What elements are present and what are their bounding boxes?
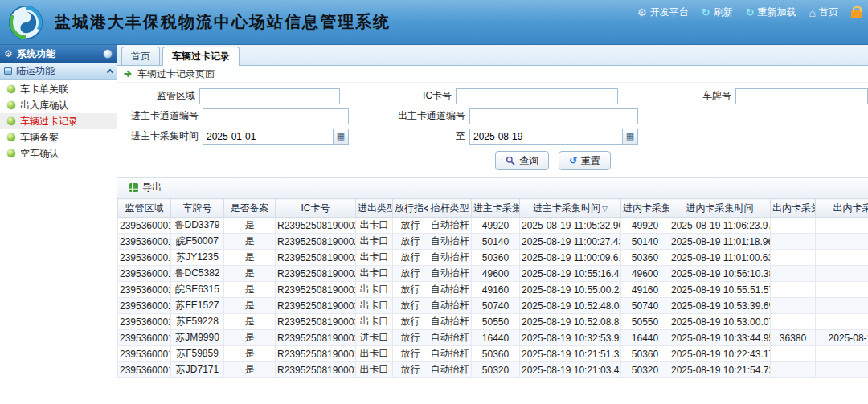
export-button-label: 导出 (142, 181, 162, 194)
table-cell: 2025-08-19 11:00:27.437 (520, 234, 621, 250)
table-cell: 16440 (621, 330, 669, 346)
table-cell: 皖SE6315 (171, 282, 224, 298)
home-icon: ⌂ (809, 7, 816, 18)
column-header[interactable]: 进主卡采集时间▽ (520, 199, 621, 218)
lock-icon[interactable] (851, 10, 862, 18)
monitor-area-input[interactable] (199, 88, 340, 104)
sidebar-item-vehicle-pass-records[interactable]: 车辆过卡记录 (0, 113, 117, 129)
table-cell: 2025-08-19 10:55:16.430 (520, 266, 621, 282)
table-cell: 50140 (472, 234, 520, 250)
menu-item-label: 出入库确认 (20, 99, 68, 112)
table-cell: 2025-08-19 11:01:18.967 (669, 234, 771, 250)
table-cell (816, 346, 868, 362)
table-row[interactable]: 2395360001苏F59228是R239525081900032出卡口放行自… (118, 314, 868, 330)
bullet-orb-icon (7, 85, 15, 93)
column-header[interactable]: 出内卡采集重... (771, 199, 816, 218)
table-cell: 2025-08-19 11:05:32.900 (520, 218, 621, 234)
column-header[interactable]: 进主卡采集重... (472, 199, 520, 218)
entry-channel-input[interactable] (203, 108, 349, 124)
column-header[interactable]: 抬杆类型 (428, 199, 472, 218)
column-header[interactable]: 车牌号 (171, 199, 224, 218)
table-cell: 2025-08-19 10:55:00.240 (520, 282, 621, 298)
tab-home[interactable]: 首页 (121, 47, 160, 65)
table-cell: 50140 (621, 234, 669, 250)
to-label: 至 (349, 129, 469, 143)
table-cell: 2025-08-19 10:52:08.830 (520, 314, 621, 330)
home-link[interactable]: ⌂ 首页 (809, 6, 838, 19)
table-cell: 50360 (621, 250, 669, 266)
table-cell: 放行 (393, 362, 428, 378)
menu-item-label: 车辆过卡记录 (20, 115, 78, 129)
sidebar-item-inout-confirm[interactable]: 出入库确认 (0, 97, 117, 113)
table-cell (771, 250, 816, 266)
sidebar-pin-button[interactable] (103, 49, 113, 59)
sidebar-section-land-transport[interactable]: 陆运功能 (0, 63, 117, 80)
table-row[interactable]: 2395360001鲁DD3379是R239525081900024出卡口放行自… (118, 218, 868, 234)
table-row[interactable]: 2395360001皖SE6315是R239525081900023出卡口放行自… (118, 282, 868, 298)
table-row[interactable]: 2395360001苏JY1235是R239525081900020出卡口放行自… (118, 250, 868, 266)
reload-link[interactable]: ↻ 重新加载 (746, 6, 796, 19)
table-row[interactable]: 2395360001苏F59859是R239525081900019出卡口放行自… (118, 346, 868, 362)
exit-channel-input[interactable] (469, 108, 638, 124)
sidebar-item-card-association[interactable]: 车卡单关联 (0, 81, 117, 97)
table-cell: R239525081900022 (276, 234, 356, 250)
table-cell: 放行 (393, 250, 428, 266)
column-header[interactable]: 进内卡采集重... (621, 199, 669, 218)
bullet-orb-icon (7, 117, 15, 125)
tab-label: 首页 (131, 50, 150, 63)
table-cell (771, 266, 816, 282)
table-cell: 49160 (621, 282, 669, 298)
tab-vehicle-pass-records[interactable]: 车辆过卡记录 (162, 47, 240, 66)
table-cell: 49160 (472, 282, 520, 298)
table-cell: 苏FE1527 (171, 298, 224, 314)
sidebar-item-empty-vehicle-confirm[interactable]: 空车确认 (0, 145, 117, 161)
column-header[interactable]: 放行指令 (393, 199, 428, 218)
export-button[interactable]: 导出 (121, 179, 169, 197)
column-header[interactable]: 监管区域 (118, 199, 171, 218)
column-header[interactable]: 进出类型 (356, 199, 393, 218)
plate-number-input[interactable] (735, 88, 868, 104)
tab-label: 车辆过卡记录 (172, 50, 230, 63)
sidebar-title: 系统功能 (17, 47, 55, 61)
form-buttons: 查询 ↺ 重置 (117, 146, 868, 175)
app-header: 盐城港大丰保税物流中心场站信息管理系统 ⚙ 开发平台 ↻ 刷新 ↻ 重新加载 ⌂… (0, 0, 868, 45)
table-cell: 自动抬杆 (428, 234, 472, 250)
column-header[interactable]: 是否备案 (224, 199, 276, 218)
table-cell: 苏F59859 (171, 346, 224, 362)
ic-card-input[interactable] (456, 88, 618, 104)
reset-button[interactable]: ↺ 重置 (559, 151, 611, 170)
query-button[interactable]: 查询 (495, 151, 549, 170)
table-row[interactable]: 2395360001皖F50007是R239525081900022出卡口放行自… (118, 234, 868, 250)
table-cell: 出卡口 (356, 218, 393, 234)
table-row[interactable]: 2395360001鲁DC5382是R239525081900021出卡口放行自… (118, 266, 868, 282)
entry-channel-label: 进主卡通道编号 (117, 109, 203, 123)
calendar-icon[interactable]: ▦ (622, 129, 637, 144)
table-cell: 2025-08-19 10:56:10.380 (669, 266, 771, 282)
entry-time-to-input[interactable] (470, 129, 622, 144)
table-cell: 出卡口 (356, 266, 393, 282)
column-header[interactable]: IC卡号 (276, 199, 356, 218)
entry-time-from-input[interactable] (203, 129, 333, 144)
table-cell: 50320 (621, 362, 669, 378)
sidebar-item-vehicle-registry[interactable]: 车辆备案 (0, 129, 117, 145)
plate-number-label: 车牌号 (618, 89, 735, 103)
table-cell: 苏JD7171 (171, 362, 224, 378)
main-layout: ⚙ 系统功能 陆运功能 车卡单关联 出入库确认 车辆过卡记录 (0, 45, 868, 404)
refresh-link[interactable]: ↻ 刷新 (702, 6, 733, 19)
table-cell (771, 218, 816, 234)
records-table: 监管区域车牌号是否备案IC卡号进出类型放行指令抬杆类型进主卡采集重...进主卡采… (117, 198, 868, 378)
table-row[interactable]: 2395360001苏JM9990是R239525081900029进卡口放行自… (118, 330, 868, 346)
bullet-orb-icon (7, 101, 15, 109)
column-header[interactable]: 进内卡采集时间 (669, 199, 771, 218)
table-cell (816, 282, 868, 298)
link-label: 重新加载 (758, 6, 796, 19)
app-title: 盐城港大丰保税物流中心场站信息管理系统 (55, 11, 391, 33)
column-header[interactable]: 出内卡采集时... (816, 199, 868, 218)
table-row[interactable]: 2395360001苏JD7171是R239525081900015出卡口放行自… (118, 362, 868, 378)
table-cell: R239525081900015 (276, 362, 356, 378)
calendar-icon[interactable]: ▦ (333, 129, 348, 144)
bullet-orb-icon (7, 133, 15, 141)
table-cell: 放行 (393, 298, 428, 314)
table-row[interactable]: 2395360001苏FE1527是R239525081900033出卡口放行自… (118, 298, 868, 314)
dev-platform-link[interactable]: ⚙ 开发平台 (637, 6, 689, 19)
